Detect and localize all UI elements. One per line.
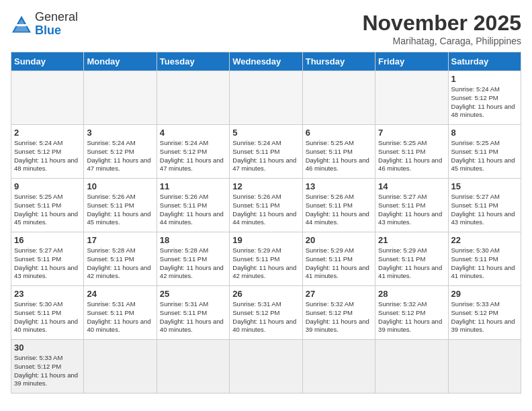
day-info: Sunrise: 5:32 AM Sunset: 5:12 PM Dayligh…: [378, 300, 445, 334]
day-number: 20: [306, 235, 372, 245]
day-number: 30: [14, 342, 81, 353]
calendar-cell: 18Sunrise: 5:28 AM Sunset: 5:11 PM Dayli…: [157, 232, 229, 286]
day-info: Sunrise: 5:24 AM Sunset: 5:12 PM Dayligh…: [160, 139, 226, 173]
week-row-5: 30Sunrise: 5:33 AM Sunset: 5:12 PM Dayli…: [11, 340, 521, 394]
calendar-cell: 6Sunrise: 5:25 AM Sunset: 5:11 PM Daylig…: [302, 125, 375, 179]
calendar-cell: 13Sunrise: 5:26 AM Sunset: 5:11 PM Dayli…: [302, 179, 375, 232]
day-number: 1: [451, 74, 518, 84]
logo-text: General Blue: [35, 11, 78, 38]
day-number: 16: [14, 235, 81, 245]
day-number: 29: [451, 289, 518, 299]
day-info: Sunrise: 5:26 AM Sunset: 5:11 PM Dayligh…: [87, 193, 153, 227]
day-number: 5: [232, 128, 299, 138]
calendar-cell: 17Sunrise: 5:28 AM Sunset: 5:11 PM Dayli…: [84, 232, 157, 286]
day-number: 27: [306, 289, 372, 299]
calendar-cell: 5Sunrise: 5:24 AM Sunset: 5:11 PM Daylig…: [230, 125, 302, 179]
calendar-cell: 7Sunrise: 5:25 AM Sunset: 5:11 PM Daylig…: [375, 125, 448, 179]
week-row-4: 23Sunrise: 5:30 AM Sunset: 5:11 PM Dayli…: [11, 286, 521, 340]
day-number: 7: [378, 128, 445, 138]
month-title: November 2025: [362, 11, 521, 36]
day-number: 25: [160, 289, 226, 299]
day-info: Sunrise: 5:25 AM Sunset: 5:11 PM Dayligh…: [451, 139, 518, 173]
day-info: Sunrise: 5:29 AM Sunset: 5:11 PM Dayligh…: [306, 246, 372, 281]
calendar-cell: 28Sunrise: 5:32 AM Sunset: 5:12 PM Dayli…: [375, 286, 448, 340]
weekday-header-sunday: Sunday: [11, 52, 84, 71]
title-area: November 2025 Marihatag, Caraga, Philipp…: [362, 11, 521, 46]
day-number: 11: [160, 181, 226, 191]
calendar-cell: 8Sunrise: 5:25 AM Sunset: 5:11 PM Daylig…: [448, 125, 521, 179]
calendar-cell: 26Sunrise: 5:31 AM Sunset: 5:12 PM Dayli…: [230, 286, 302, 340]
day-number: 6: [306, 128, 372, 138]
calendar-cell: 4Sunrise: 5:24 AM Sunset: 5:12 PM Daylig…: [157, 125, 229, 179]
svg-rect-2: [16, 24, 27, 26]
calendar-cell: 11Sunrise: 5:26 AM Sunset: 5:11 PM Dayli…: [157, 179, 229, 232]
day-number: 22: [451, 235, 518, 245]
location: Marihatag, Caraga, Philippines: [362, 36, 521, 46]
day-info: Sunrise: 5:27 AM Sunset: 5:11 PM Dayligh…: [378, 193, 445, 227]
day-info: Sunrise: 5:30 AM Sunset: 5:11 PM Dayligh…: [14, 300, 81, 334]
day-number: 21: [378, 235, 445, 245]
day-info: Sunrise: 5:25 AM Sunset: 5:11 PM Dayligh…: [14, 193, 81, 227]
logo-icon: [11, 15, 32, 34]
calendar-cell: 10Sunrise: 5:26 AM Sunset: 5:11 PM Dayli…: [84, 179, 157, 232]
day-number: 10: [87, 181, 153, 191]
day-info: Sunrise: 5:25 AM Sunset: 5:11 PM Dayligh…: [306, 139, 372, 173]
calendar-cell: [375, 71, 448, 125]
logo: General Blue: [11, 11, 78, 38]
day-info: Sunrise: 5:31 AM Sunset: 5:11 PM Dayligh…: [87, 300, 153, 334]
day-number: 23: [14, 289, 81, 299]
day-info: Sunrise: 5:32 AM Sunset: 5:12 PM Dayligh…: [306, 300, 372, 334]
weekday-header-monday: Monday: [84, 52, 157, 71]
calendar-cell: 19Sunrise: 5:29 AM Sunset: 5:11 PM Dayli…: [230, 232, 302, 286]
calendar-cell: 22Sunrise: 5:30 AM Sunset: 5:11 PM Dayli…: [448, 232, 521, 286]
day-info: Sunrise: 5:27 AM Sunset: 5:11 PM Dayligh…: [14, 246, 81, 281]
day-info: Sunrise: 5:27 AM Sunset: 5:11 PM Dayligh…: [451, 193, 518, 227]
week-row-3: 16Sunrise: 5:27 AM Sunset: 5:11 PM Dayli…: [11, 232, 521, 286]
day-info: Sunrise: 5:26 AM Sunset: 5:11 PM Dayligh…: [306, 193, 372, 227]
day-number: 12: [232, 181, 299, 191]
calendar-cell: 24Sunrise: 5:31 AM Sunset: 5:11 PM Dayli…: [84, 286, 157, 340]
day-info: Sunrise: 5:26 AM Sunset: 5:11 PM Dayligh…: [232, 193, 299, 227]
calendar-cell: 12Sunrise: 5:26 AM Sunset: 5:11 PM Dayli…: [230, 179, 302, 232]
calendar-cell: 1Sunrise: 5:24 AM Sunset: 5:12 PM Daylig…: [448, 71, 521, 125]
day-info: Sunrise: 5:30 AM Sunset: 5:11 PM Dayligh…: [451, 246, 518, 281]
day-info: Sunrise: 5:33 AM Sunset: 5:12 PM Dayligh…: [14, 354, 81, 388]
calendar-cell: 20Sunrise: 5:29 AM Sunset: 5:11 PM Dayli…: [302, 232, 375, 286]
day-info: Sunrise: 5:28 AM Sunset: 5:11 PM Dayligh…: [87, 246, 153, 281]
calendar-cell: 30Sunrise: 5:33 AM Sunset: 5:12 PM Dayli…: [11, 340, 84, 394]
weekday-header-tuesday: Tuesday: [157, 52, 229, 71]
day-number: 9: [14, 181, 81, 191]
day-info: Sunrise: 5:31 AM Sunset: 5:11 PM Dayligh…: [160, 300, 226, 334]
day-number: 18: [160, 235, 226, 245]
day-number: 19: [232, 235, 299, 245]
day-info: Sunrise: 5:24 AM Sunset: 5:12 PM Dayligh…: [14, 139, 81, 173]
day-number: 4: [160, 128, 226, 138]
day-info: Sunrise: 5:33 AM Sunset: 5:12 PM Dayligh…: [451, 300, 518, 334]
day-number: 28: [378, 289, 445, 299]
calendar-table: SundayMondayTuesdayWednesdayThursdayFrid…: [11, 52, 521, 394]
weekday-header-saturday: Saturday: [448, 52, 521, 71]
day-info: Sunrise: 5:26 AM Sunset: 5:11 PM Dayligh…: [160, 193, 226, 227]
week-row-1: 2Sunrise: 5:24 AM Sunset: 5:12 PM Daylig…: [11, 125, 521, 179]
day-number: 2: [14, 128, 81, 138]
day-info: Sunrise: 5:31 AM Sunset: 5:12 PM Dayligh…: [232, 300, 299, 334]
weekday-header-wednesday: Wednesday: [230, 52, 302, 71]
day-info: Sunrise: 5:24 AM Sunset: 5:12 PM Dayligh…: [87, 139, 153, 173]
day-number: 15: [451, 181, 518, 191]
calendar-cell: [157, 71, 229, 125]
header: General Blue November 2025 Marihatag, Ca…: [11, 11, 521, 46]
weekday-header-row: SundayMondayTuesdayWednesdayThursdayFrid…: [11, 52, 521, 71]
calendar-cell: [302, 340, 375, 394]
calendar-cell: 15Sunrise: 5:27 AM Sunset: 5:11 PM Dayli…: [448, 179, 521, 232]
day-info: Sunrise: 5:29 AM Sunset: 5:11 PM Dayligh…: [232, 246, 299, 281]
calendar-cell: 16Sunrise: 5:27 AM Sunset: 5:11 PM Dayli…: [11, 232, 84, 286]
calendar-cell: [157, 340, 229, 394]
calendar-cell: 27Sunrise: 5:32 AM Sunset: 5:12 PM Dayli…: [302, 286, 375, 340]
calendar-cell: [84, 340, 157, 394]
weekday-header-thursday: Thursday: [302, 52, 375, 71]
calendar-cell: [11, 71, 84, 125]
day-info: Sunrise: 5:25 AM Sunset: 5:11 PM Dayligh…: [378, 139, 445, 173]
day-number: 24: [87, 289, 153, 299]
weekday-header-friday: Friday: [375, 52, 448, 71]
calendar-cell: 21Sunrise: 5:29 AM Sunset: 5:11 PM Dayli…: [375, 232, 448, 286]
